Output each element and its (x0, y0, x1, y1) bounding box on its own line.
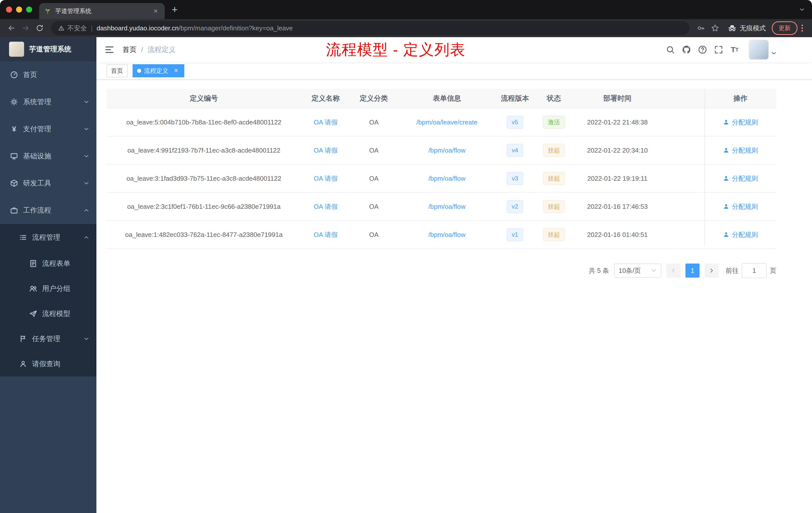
font-size-icon[interactable]: TT (728, 43, 742, 57)
app-title: 芋道管理系统 (29, 44, 71, 54)
cell-deploy-time: 2022-01-22 20:34:10 (574, 137, 661, 164)
browser-tab[interactable]: 芋道管理系统 × (39, 3, 165, 19)
version-badge: v5 (507, 116, 523, 129)
forward-button[interactable] (19, 22, 32, 35)
minimize-window-button[interactable] (16, 6, 22, 12)
assign-rule-link[interactable]: 分配规则 (704, 193, 776, 220)
cell-category: OA (350, 164, 398, 192)
pagination: 共 5 条 10条/页 1 前往 页 (107, 263, 776, 278)
sidebar-item-process-model[interactable]: 流程模型 (0, 301, 96, 326)
definition-name-link[interactable]: OA 请假 (314, 118, 338, 127)
browser-menu-icon[interactable] (802, 25, 803, 32)
assign-rule-link[interactable]: 分配规则 (704, 221, 776, 248)
page-size-select[interactable]: 10条/页 (614, 264, 661, 278)
close-icon[interactable]: × (152, 7, 160, 15)
sidebar-toggle-icon[interactable] (102, 41, 118, 58)
sidebar-item-devtools[interactable]: 研发工具 (0, 170, 96, 197)
sidebar-item-task-mgmt[interactable]: 任务管理 (0, 326, 96, 351)
url-path: /bpm/manager/definition?key=oa_leave (178, 24, 293, 32)
monitor-icon (10, 152, 18, 160)
avatar[interactable] (749, 40, 769, 60)
chevron-up-icon (83, 234, 89, 240)
reload-button[interactable] (33, 22, 46, 35)
browser-tabbar: 芋道管理系统 × + (0, 0, 812, 19)
github-icon[interactable] (679, 43, 694, 57)
person-icon (723, 175, 729, 182)
table-row: oa_leave:1:482ec033-762a-11ec-8477-a2380… (107, 221, 776, 249)
sidebar-item-payment[interactable]: ¥ 支付管理 (0, 116, 96, 143)
dashboard-icon (10, 71, 18, 79)
assign-rule-link[interactable]: 分配规则 (704, 137, 776, 164)
sidebar-item-workflow[interactable]: 工作流程 (0, 197, 96, 224)
chevron-down-icon (83, 153, 89, 159)
assign-rule-link[interactable]: 分配规则 (704, 164, 776, 192)
version-badge: v4 (507, 144, 523, 157)
cell-definition-id: oa_leave:4:991f2193-7b7f-11ec-a3c8-acde4… (107, 137, 301, 164)
version-badge: v3 (507, 172, 523, 185)
tab-title: 芋道管理系统 (55, 7, 152, 15)
search-icon[interactable] (663, 43, 677, 57)
pagination-total: 共 5 条 (589, 266, 609, 275)
security-label: 不安全 (67, 24, 87, 33)
form-link[interactable]: /bpm/oa/flow (428, 231, 465, 239)
new-tab-button[interactable]: + (172, 4, 177, 14)
sidebar-item-home[interactable]: 首页 (0, 61, 96, 88)
cell-definition-id: oa_leave:1:482ec033-762a-11ec-8477-a2380… (107, 221, 301, 248)
address-bar[interactable]: 不安全 | dashboard.yudao.iocoder.cn/bpm/man… (51, 21, 690, 35)
bookmark-star-icon[interactable] (708, 22, 722, 35)
tag-process-definition[interactable]: 流程定义 × (133, 64, 184, 77)
pagination-prev[interactable] (666, 264, 680, 278)
cell-definition-id: oa_leave:2:3c1f0ef1-76b1-11ec-9c66-a2380… (107, 193, 301, 220)
yen-icon: ¥ (10, 125, 18, 133)
password-key-icon[interactable] (695, 22, 707, 35)
person-icon (723, 232, 729, 238)
incognito-label: 无痕模式 (740, 24, 766, 33)
sidebar-item-leave-query[interactable]: 请假查询 (0, 351, 96, 376)
cell-definition-id: oa_leave:3:1fad3d93-7b75-11ec-a3c8-acde4… (107, 164, 301, 192)
goto-input[interactable] (742, 263, 767, 278)
chevron-down-icon (83, 336, 89, 342)
fullscreen-icon[interactable] (712, 43, 726, 57)
tag-home[interactable]: 首页 (107, 64, 127, 77)
form-link[interactable]: /bpm/oa/flow (428, 147, 465, 154)
window-controls (6, 6, 32, 12)
person-icon (19, 360, 27, 368)
definition-name-link[interactable]: OA 请假 (314, 146, 338, 155)
close-icon[interactable]: × (172, 67, 180, 74)
warning-icon (58, 25, 64, 31)
maximize-window-button[interactable] (26, 6, 32, 12)
sidebar-item-infra[interactable]: 基础设施 (0, 143, 96, 170)
close-window-button[interactable] (6, 6, 12, 12)
user-menu[interactable] (749, 40, 777, 60)
pagination-page-1[interactable]: 1 (686, 264, 699, 278)
table-row: oa_leave:5:004b710b-7b8a-11ec-8ef0-acde4… (107, 109, 776, 137)
breadcrumb: 首页 / 流程定义 (122, 45, 176, 55)
update-button[interactable]: 更新 (772, 21, 798, 35)
form-link[interactable]: /bpm/oa/flow (428, 175, 465, 182)
pagination-next[interactable] (704, 264, 719, 278)
form-link[interactable]: /bpm/oa/flow (428, 203, 465, 211)
sidebar-item-process-form[interactable]: 流程表单 (0, 251, 96, 276)
tab-search-chevron-icon[interactable] (799, 6, 805, 12)
sidebar: 芋道管理系统 首页 系统管理 ¥ 支付管理 基础设施 (0, 37, 96, 513)
app-logo (9, 42, 24, 57)
cell-category: OA (350, 109, 398, 136)
help-icon[interactable] (696, 43, 709, 57)
sidebar-item-user-group[interactable]: 用户分组 (0, 276, 96, 301)
definition-name-link[interactable]: OA 请假 (314, 174, 338, 183)
definition-name-link[interactable]: OA 请假 (314, 231, 338, 239)
definition-name-link[interactable]: OA 请假 (314, 202, 338, 211)
document-icon (29, 260, 37, 268)
breadcrumb-home[interactable]: 首页 (122, 45, 137, 55)
cell-deploy-time: 2022-01-16 01:40:51 (574, 221, 661, 248)
sidebar-item-process-mgmt[interactable]: 流程管理 (0, 224, 96, 251)
assign-rule-link[interactable]: 分配规则 (704, 109, 776, 136)
back-button[interactable] (5, 22, 18, 35)
cell-category: OA (350, 221, 398, 248)
person-icon (723, 119, 729, 125)
form-link[interactable]: /bpm/oa/leave/create (416, 118, 477, 126)
chevron-up-icon (83, 207, 89, 213)
red-annotation: 流程模型 - 定义列表 (326, 40, 465, 60)
briefcase-icon (10, 206, 18, 214)
sidebar-item-system[interactable]: 系统管理 (0, 88, 96, 116)
